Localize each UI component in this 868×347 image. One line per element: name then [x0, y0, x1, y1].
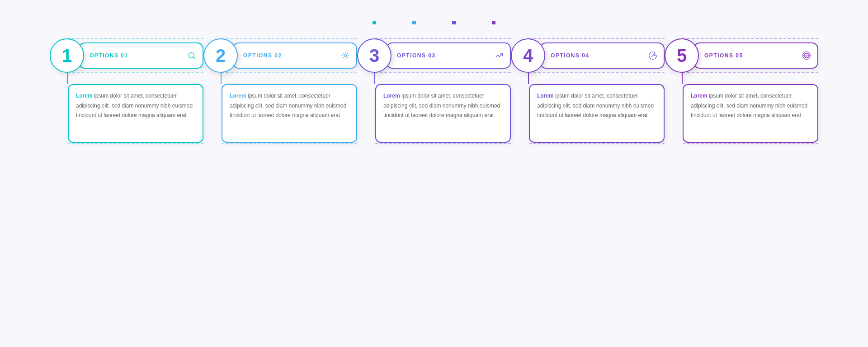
icon-opt3 [495, 51, 504, 60]
top-row-opt4: 4 OPTIONS 04 [511, 38, 665, 73]
svg-line-8 [347, 57, 348, 58]
option-opt2: 2 OPTIONS 02 Lorem ipsum dolor sit amet,… [203, 38, 357, 144]
label-text-opt1: OPTIONS 01 [90, 52, 128, 59]
option-opt3: 3 OPTIONS 03 Lorem ipsum dolor sit amet,… [357, 38, 511, 144]
number-opt3: 3 [369, 46, 379, 66]
content-text-opt1: Lorem ipsum dolor sit amet, consectetuer… [76, 91, 195, 121]
title-dots [373, 21, 495, 24]
option-opt4: 4 OPTIONS 04 Lorem ipsum dolor sit amet,… [511, 38, 665, 144]
number-opt4: 4 [523, 46, 533, 66]
option-opt5: 5 OPTIONS 05 Lorem ipsum dolor sit amet,… [665, 38, 818, 144]
content-text-opt4: Lorem ipsum dolor sit amet, consectetuer… [537, 91, 656, 121]
connector-v-opt5 [682, 73, 683, 84]
icon-opt4 [648, 51, 657, 60]
label-text-opt4: OPTIONS 04 [551, 52, 590, 59]
svg-line-7 [343, 53, 344, 54]
icon-opt2 [341, 51, 350, 60]
svg-point-14 [806, 55, 807, 56]
content-box-opt4: Lorem ipsum dolor sit amet, consectetuer… [529, 84, 665, 143]
connector-v-opt1 [67, 73, 68, 84]
dot-4 [492, 21, 495, 24]
label-box-opt3: OPTIONS 03 [386, 42, 511, 69]
connector-v-opt2 [221, 73, 222, 84]
circle-opt5: 5 [665, 38, 699, 73]
label-text-opt5: OPTIONS 05 [704, 52, 743, 59]
label-box-opt1: OPTIONS 01 [79, 42, 203, 69]
svg-point-2 [344, 55, 347, 57]
number-opt2: 2 [216, 46, 226, 66]
svg-point-13 [804, 53, 809, 58]
infographic-container: 1 OPTIONS 01 Lorem ipsum dolor sit amet,… [0, 38, 868, 144]
content-box-opt2: Lorem ipsum dolor sit amet, consectetuer… [222, 84, 357, 143]
dot-3 [452, 21, 456, 24]
dashed-line-bottom-opt5 [683, 143, 818, 144]
svg-line-9 [343, 57, 344, 58]
option-opt1: 1 OPTIONS 01 Lorem ipsum dolor sit amet,… [50, 38, 203, 144]
circle-opt2: 2 [203, 38, 238, 73]
svg-point-0 [189, 52, 194, 58]
number-opt5: 5 [677, 46, 687, 66]
dot-2 [412, 21, 416, 24]
connector-v-opt3 [374, 73, 375, 84]
dashed-line-bottom-opt4 [529, 143, 665, 144]
top-row-opt2: 2 OPTIONS 02 [203, 38, 357, 73]
icon-opt5 [802, 51, 811, 60]
label-box-opt2: OPTIONS 02 [232, 42, 357, 69]
connector-v-opt4 [528, 73, 529, 84]
icon-opt1 [187, 51, 196, 60]
dashed-line-bottom-opt3 [375, 143, 511, 144]
content-box-opt1: Lorem ipsum dolor sit amet, consectetuer… [68, 84, 203, 143]
svg-line-1 [193, 57, 196, 60]
circle-opt1: 1 [50, 38, 84, 73]
dashed-line-bottom-opt2 [222, 143, 357, 144]
dot-1 [373, 21, 376, 24]
content-box-opt5: Lorem ipsum dolor sit amet, consectetuer… [683, 84, 818, 143]
label-text-opt3: OPTIONS 03 [397, 52, 436, 59]
top-row-opt1: 1 OPTIONS 01 [50, 38, 203, 73]
content-box-opt3: Lorem ipsum dolor sit amet, consectetuer… [375, 84, 511, 143]
circle-opt4: 4 [511, 38, 545, 73]
circle-opt3: 3 [357, 38, 392, 73]
number-opt1: 1 [62, 46, 72, 66]
label-text-opt2: OPTIONS 02 [243, 52, 282, 59]
svg-line-10 [347, 53, 348, 54]
content-text-opt3: Lorem ipsum dolor sit amet, consectetuer… [383, 91, 503, 121]
title-section [373, 18, 495, 24]
top-row-opt5: 5 OPTIONS 05 [665, 38, 818, 73]
content-text-opt5: Lorem ipsum dolor sit amet, consectetuer… [691, 91, 810, 121]
content-text-opt2: Lorem ipsum dolor sit amet, consectetuer… [230, 91, 349, 121]
dashed-line-bottom-opt1 [68, 143, 203, 144]
label-box-opt5: OPTIONS 05 [693, 42, 818, 69]
label-box-opt4: OPTIONS 04 [540, 42, 665, 69]
svg-line-11 [651, 54, 655, 57]
top-row-opt3: 3 OPTIONS 03 [357, 38, 511, 73]
